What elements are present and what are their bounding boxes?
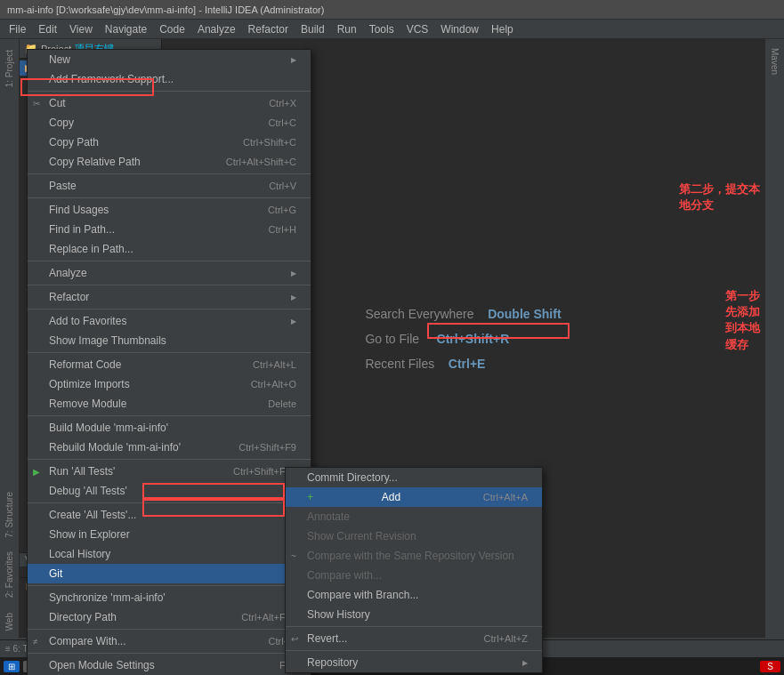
add-plus-icon: + — [307, 491, 313, 503]
menu-item-git[interactable]: Git — [28, 564, 311, 583]
menu-item-run-tests[interactable]: ▶ Run 'All Tests' Ctrl+Shift+F10 — [28, 462, 311, 481]
git-compare-branch[interactable]: Compare with Branch... — [286, 585, 542, 605]
start-button[interactable]: ⊞ — [4, 661, 20, 672]
git-compare-with[interactable]: Compare with... — [286, 566, 542, 585]
menu-item-build-module[interactable]: Build Module 'mm-ai-info' — [28, 418, 311, 438]
menu-item-copy-path[interactable]: Copy Path Ctrl+Shift+C — [28, 133, 311, 152]
menu-item-refactor[interactable]: Refactor — [28, 287, 311, 307]
create-tests-label: Create 'All Tests'... — [49, 509, 136, 521]
menu-item-rebuild-module[interactable]: Rebuild Module 'mm-ai-info' Ctrl+Shift+F… — [28, 438, 311, 457]
menu-item-show-explorer[interactable]: Show in Explorer — [28, 525, 311, 544]
menu-item-analyze[interactable]: Analyze — [28, 263, 311, 283]
separator-6 — [28, 309, 311, 309]
menu-window[interactable]: Window — [435, 21, 484, 37]
copy-path-label: Copy Path — [49, 136, 99, 149]
menu-item-favorites[interactable]: Add to Favorites — [28, 311, 311, 331]
menu-view[interactable]: View — [64, 21, 98, 37]
menu-build[interactable]: Build — [295, 21, 330, 37]
menu-item-new[interactable]: New — [28, 50, 311, 69]
context-menu: New Add Framework Support... ✂ Cut Ctrl+… — [27, 49, 311, 675]
build-module-label: Build Module 'mm-ai-info' — [49, 422, 168, 434]
menu-file[interactable]: File — [4, 21, 31, 37]
menu-vcs[interactable]: VCS — [401, 21, 434, 37]
menu-item-debug-tests[interactable]: Debug 'All Tests' — [28, 481, 311, 501]
menu-item-find-path[interactable]: Find in Path... Ctrl+H — [28, 220, 311, 239]
menu-item-create-tests[interactable]: Create 'All Tests'... — [28, 505, 311, 525]
git-show-revision[interactable]: Show Current Revision — [286, 526, 542, 546]
git-repository[interactable]: Repository — [286, 653, 542, 672]
reformat-shortcut: Ctrl+Alt+L — [253, 359, 296, 370]
cut-label: Cut — [49, 97, 66, 109]
menu-item-add-framework[interactable]: Add Framework Support... — [28, 69, 311, 89]
cut-icon: ✂ — [33, 99, 40, 108]
menu-item-find-usages[interactable]: Find Usages Ctrl+G — [28, 200, 311, 220]
menu-refactor[interactable]: Refactor — [243, 21, 294, 37]
menu-item-remove-module[interactable]: Remove Module Delete — [28, 394, 311, 414]
git-label: Git — [49, 567, 62, 580]
menu-item-compare-with[interactable]: ≠ Compare With... Ctrl+D — [28, 631, 311, 651]
optimize-shortcut: Ctrl+Alt+O — [251, 379, 296, 390]
step1-annotation: 第一步先添加到本地缓存 — [725, 288, 760, 353]
module-settings-label: Open Module Settings — [49, 659, 155, 671]
right-tab-maven[interactable]: Maven — [767, 43, 782, 80]
step2-annotation: 第二步，提交本地分支 — [679, 181, 760, 213]
debug-tests-label: Debug 'All Tests' — [49, 485, 127, 497]
find-usages-label: Find Usages — [49, 204, 109, 216]
copy-path-shortcut: Ctrl+Shift+C — [243, 137, 296, 148]
menu-item-optimize[interactable]: Optimize Imports Ctrl+Alt+O — [28, 374, 311, 394]
separator-12 — [28, 629, 311, 630]
menu-item-directory-path[interactable]: Directory Path Ctrl+Alt+F12 — [28, 607, 311, 627]
separator-4 — [28, 261, 311, 261]
git-compare-same-repo[interactable]: ~ Compare with the Same Repository Versi… — [286, 546, 542, 566]
recent-files-key: Ctrl+E — [449, 357, 486, 371]
optimize-label: Optimize Imports — [49, 378, 130, 390]
menu-item-module-settings[interactable]: Open Module Settings F12 — [28, 655, 311, 675]
menu-item-replace-path[interactable]: Replace in Path... — [28, 239, 311, 259]
compare-branch-label: Compare with Branch... — [307, 589, 418, 601]
image-thumbnails-label: Show Image Thumbnails — [49, 334, 166, 347]
directory-path-label: Directory Path — [49, 611, 117, 623]
tab-structure[interactable]: 7: Structure — [2, 474, 17, 545]
analyze-label: Analyze — [49, 267, 87, 279]
git-commit-directory[interactable]: Commit Directory... — [286, 468, 542, 487]
separator-3 — [28, 197, 311, 198]
menu-item-synchronize[interactable]: Synchronize 'mm-ai-info' — [28, 588, 311, 607]
compare-icon: ≠ — [33, 637, 38, 647]
menu-edit[interactable]: Edit — [33, 21, 62, 37]
left-sidebar-tabs: 1: Project 7: Structure 2: Favorites Web — [0, 39, 20, 638]
git-revert[interactable]: ↩ Revert... Ctrl+Alt+Z — [286, 629, 542, 648]
repository-label: Repository — [307, 656, 358, 669]
search-everywhere-label: Search Everywhere — [365, 307, 473, 321]
cut-shortcut: Ctrl+X — [269, 98, 296, 108]
find-path-shortcut: Ctrl+H — [269, 224, 296, 235]
copy-label: Copy — [49, 117, 74, 129]
menu-item-copy-rel-path[interactable]: Copy Relative Path Ctrl+Alt+Shift+C — [28, 152, 311, 172]
menu-item-copy[interactable]: Copy Ctrl+C — [28, 113, 311, 133]
tab-web[interactable]: Web — [2, 606, 17, 638]
git-add[interactable]: + Add Ctrl+Alt+A — [286, 487, 542, 507]
menu-analyze[interactable]: Analyze — [192, 21, 241, 37]
menu-item-cut[interactable]: ✂ Cut Ctrl+X — [28, 93, 311, 113]
taskbar-sougou[interactable]: S — [760, 661, 780, 672]
menu-navigate[interactable]: Navigate — [100, 21, 152, 37]
menu-item-image-thumbnails[interactable]: Show Image Thumbnails — [28, 331, 311, 350]
git-show-history[interactable]: Show History — [286, 605, 542, 624]
add-label: Add — [382, 491, 400, 503]
git-submenu: Commit Directory... + Add Ctrl+Alt+A Ann… — [285, 467, 543, 673]
menu-item-local-history[interactable]: Local History — [28, 544, 311, 564]
git-annotate[interactable]: Annotate — [286, 507, 542, 526]
goto-file-label: Go to File — [365, 332, 419, 346]
menu-item-reformat[interactable]: Reformat Code Ctrl+Alt+L — [28, 355, 311, 374]
title-bar: mm-ai-info [D:\worksafe\gjy\dev\mm-ai-in… — [0, 0, 784, 20]
menu-item-paste[interactable]: Paste Ctrl+V — [28, 176, 311, 196]
tab-project[interactable]: 1: Project — [2, 43, 17, 94]
rebuild-shortcut: Ctrl+Shift+F9 — [238, 442, 296, 453]
menu-run[interactable]: Run — [332, 21, 362, 37]
menu-tools[interactable]: Tools — [364, 21, 400, 37]
tab-favorites[interactable]: 2: Favorites — [2, 544, 17, 605]
remove-module-label: Remove Module — [49, 398, 126, 410]
find-usages-shortcut: Ctrl+G — [268, 205, 296, 215]
menu-help[interactable]: Help — [486, 21, 519, 37]
menu-code[interactable]: Code — [154, 21, 190, 37]
revert-icon: ↩ — [291, 634, 298, 644]
